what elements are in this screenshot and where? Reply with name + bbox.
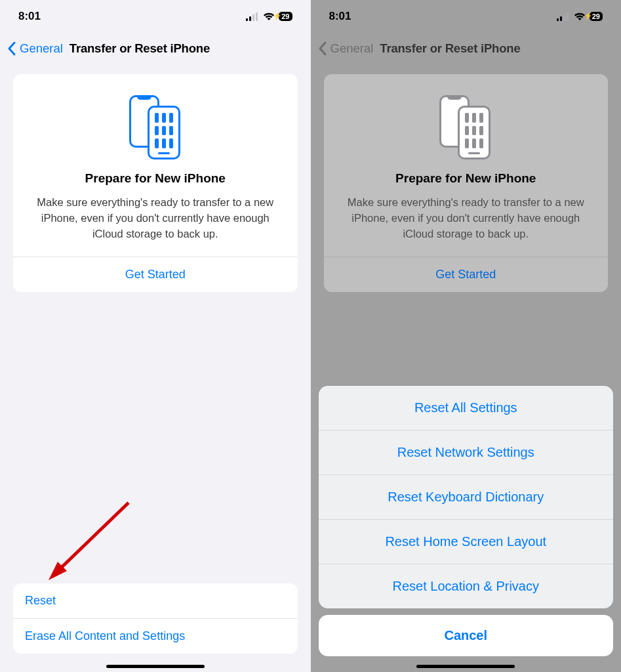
svg-rect-1 [249, 16, 251, 21]
svg-rect-3 [256, 12, 258, 21]
cellular-icon [557, 12, 570, 21]
status-icons: 29 [246, 12, 292, 21]
svg-rect-6 [557, 18, 559, 21]
reset-location-privacy-option[interactable]: Reset Location & Privacy [319, 564, 614, 608]
back-label: General [331, 41, 374, 56]
status-icons: 29 [557, 12, 603, 21]
devices-icon [13, 95, 298, 159]
status-time: 8:01 [329, 10, 351, 23]
battery-icon: 29 [590, 12, 603, 21]
back-chevron-icon[interactable] [7, 41, 17, 56]
prepare-card: Prepare for New iPhone Make sure everyth… [13, 74, 298, 292]
page-title: Transfer or Reset iPhone [380, 41, 520, 56]
card-title: Prepare for New iPhone [324, 171, 609, 186]
svg-marker-5 [49, 562, 67, 580]
reset-all-settings-option[interactable]: Reset All Settings [319, 386, 614, 430]
erase-row[interactable]: Erase All Content and Settings [13, 618, 298, 654]
screen-right: 8:01 29 General Transfer or Reset iPhone… [311, 0, 622, 672]
screen-left: 8:01 29 General Transfer or Reset iPhone… [0, 0, 311, 672]
reset-options-list: Reset Erase All Content and Settings [13, 583, 298, 654]
reset-row[interactable]: Reset [13, 583, 298, 618]
svg-rect-2 [252, 14, 254, 21]
status-bar: 8:01 29 [311, 0, 622, 33]
svg-rect-8 [563, 14, 565, 21]
cellular-icon [246, 12, 259, 21]
devices-icon [324, 95, 609, 159]
card-title: Prepare for New iPhone [13, 171, 298, 186]
status-time: 8:01 [18, 10, 41, 23]
svg-rect-9 [567, 12, 569, 21]
home-indicator[interactable] [416, 665, 515, 668]
home-indicator[interactable] [106, 665, 205, 668]
nav-header: General Transfer or Reset iPhone [0, 33, 311, 64]
back-chevron-icon [317, 41, 328, 56]
get-started-button: Get Started [324, 257, 609, 292]
card-body: Make sure everything's ready to transfer… [13, 195, 298, 257]
nav-header: General Transfer or Reset iPhone [311, 33, 622, 64]
reset-home-screen-layout-option[interactable]: Reset Home Screen Layout [319, 519, 614, 564]
card-body: Make sure everything's ready to transfer… [324, 195, 609, 257]
battery-icon: 29 [279, 12, 292, 21]
page-title: Transfer or Reset iPhone [70, 41, 210, 56]
svg-rect-7 [560, 16, 562, 21]
action-sheet: Reset All Settings Reset Network Setting… [319, 386, 614, 656]
cancel-button[interactable]: Cancel [319, 615, 614, 656]
svg-rect-0 [246, 18, 248, 21]
prepare-card: Prepare for New iPhone Make sure everyth… [324, 74, 609, 292]
get-started-button[interactable]: Get Started [13, 257, 298, 292]
reset-keyboard-dictionary-option[interactable]: Reset Keyboard Dictionary [319, 474, 614, 519]
back-label[interactable]: General [20, 41, 63, 56]
status-bar: 8:01 29 [0, 0, 311, 33]
svg-line-4 [55, 503, 129, 574]
reset-network-settings-option[interactable]: Reset Network Settings [319, 430, 614, 474]
